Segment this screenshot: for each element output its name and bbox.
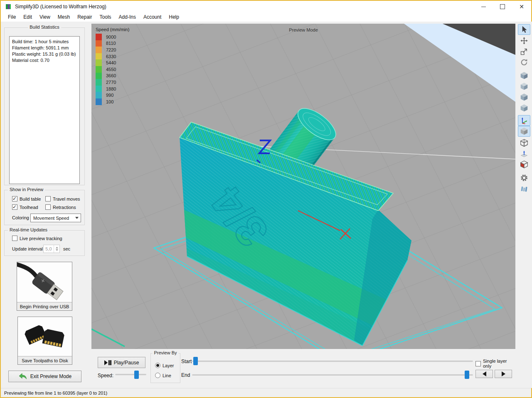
radio-label: Layer bbox=[163, 363, 174, 368]
checkbox-box bbox=[45, 204, 51, 210]
menu-view[interactable]: View bbox=[36, 13, 54, 21]
menu-repair[interactable]: Repair bbox=[74, 13, 96, 21]
menu-edit[interactable]: Edit bbox=[20, 13, 36, 21]
end-slider-handle[interactable] bbox=[465, 371, 469, 379]
move-model-icon[interactable] bbox=[518, 35, 530, 46]
solid-model-view-icon[interactable] bbox=[518, 126, 530, 137]
menu-tools[interactable]: Tools bbox=[96, 13, 115, 21]
menu-account[interactable]: Account bbox=[140, 13, 165, 21]
legend-swatch bbox=[96, 92, 102, 98]
build-statistics-box: Build time: 1 hour 5 minutes Filament le… bbox=[9, 36, 80, 184]
usb-cable-image bbox=[17, 262, 72, 302]
preview-by-group: Preview By Layer Line bbox=[150, 353, 180, 383]
legend-row: 100 bbox=[96, 98, 129, 105]
previous-layer-button[interactable] bbox=[475, 370, 493, 378]
radio-line[interactable]: Line bbox=[155, 373, 171, 378]
stat-filament-length: Filament length: 5091.1 mm bbox=[12, 45, 77, 51]
checkbox-label: Build table bbox=[20, 197, 41, 201]
status-text: Previewing file from line 1 to 60395 (la… bbox=[4, 391, 107, 396]
checkbox-single-layer-only[interactable]: Single layer only bbox=[475, 359, 516, 369]
checkbox-build-table[interactable]: Build table bbox=[12, 196, 41, 201]
coordinate-axes-icon[interactable] bbox=[518, 115, 530, 126]
radio-circle bbox=[155, 373, 160, 378]
build-table-scene: 3/4 bbox=[91, 24, 515, 349]
preview-controls-bar: Play/Pause Speed: Preview By Layer Line … bbox=[92, 349, 516, 388]
checkbox-toolhead[interactable]: Toolhead bbox=[12, 204, 38, 210]
wireframe-view-icon[interactable] bbox=[518, 138, 530, 148]
legend-swatch bbox=[96, 59, 102, 66]
stat-plastic-weight: Plastic weight: 15.31 g (0.03 lb) bbox=[12, 51, 77, 57]
window-title: Simplify3D (Licensed to Wolfram Herzog) bbox=[15, 4, 106, 10]
menu-help[interactable]: Help bbox=[165, 13, 183, 21]
legend-swatch bbox=[96, 66, 102, 73]
realtime-updates-group: Real-time Updates Live preview tracking … bbox=[4, 230, 85, 256]
chevron-down-icon bbox=[75, 217, 79, 219]
right-toolbar bbox=[516, 22, 532, 388]
spinner-arrows[interactable] bbox=[54, 245, 59, 253]
viewport-3d[interactable]: 3/4 Speed (mm/min) 9000 8110 bbox=[91, 24, 515, 349]
build-statistics-title: Build Statistics bbox=[28, 25, 61, 29]
legend-swatch bbox=[96, 79, 102, 86]
checkbox-retractions[interactable]: Retractions bbox=[45, 204, 76, 210]
start-slider-track[interactable] bbox=[192, 361, 473, 362]
minimize-button[interactable] bbox=[474, 1, 493, 12]
legend-row: 1880 bbox=[96, 86, 129, 92]
stat-build-time: Build time: 1 hour 5 minutes bbox=[12, 39, 77, 45]
maximize-icon bbox=[500, 4, 505, 9]
exit-preview-mode-button[interactable]: Exit Preview Mode bbox=[8, 371, 81, 382]
radio-label: Line bbox=[163, 373, 171, 378]
end-slider-track[interactable] bbox=[192, 374, 473, 376]
speed-legend: Speed (mm/min) 9000 8110 7220 6330 5440 … bbox=[96, 27, 129, 105]
back-arrow-icon bbox=[18, 373, 27, 380]
speed-slider-handle[interactable] bbox=[134, 371, 139, 379]
update-interval-unit: sec bbox=[63, 246, 70, 251]
end-label: End bbox=[181, 372, 190, 378]
realtime-updates-title: Real-time Updates bbox=[8, 227, 49, 232]
preview-mode-label: Preview Mode bbox=[91, 27, 515, 32]
support-structures-icon[interactable] bbox=[518, 183, 530, 194]
cross-section-icon[interactable] bbox=[518, 159, 530, 170]
menu-file[interactable]: File bbox=[4, 13, 20, 21]
view-default-icon[interactable] bbox=[518, 70, 530, 81]
rotate-model-icon[interactable] bbox=[518, 57, 530, 68]
start-slider-handle[interactable] bbox=[193, 357, 198, 365]
checkbox-box bbox=[12, 236, 17, 241]
menu-addins[interactable]: Add-Ins bbox=[115, 13, 140, 21]
speed-slider-track[interactable] bbox=[115, 374, 146, 375]
checkbox-box bbox=[12, 196, 17, 201]
checkbox-travel-moves[interactable]: Travel moves bbox=[45, 196, 80, 201]
legend-row: 5440 bbox=[96, 59, 129, 66]
checkbox-live-preview-tracking[interactable]: Live preview tracking bbox=[12, 236, 62, 241]
close-icon: ✕ bbox=[519, 4, 524, 10]
select-cursor-icon[interactable] bbox=[518, 24, 530, 35]
show-in-preview-title: Show in Preview bbox=[8, 187, 45, 192]
view-front-icon[interactable] bbox=[518, 92, 530, 103]
preview-by-title: Preview By bbox=[152, 350, 178, 355]
menu-mesh[interactable]: Mesh bbox=[54, 13, 74, 21]
legend-row: 990 bbox=[96, 92, 129, 98]
next-layer-button[interactable] bbox=[495, 370, 512, 378]
scale-model-icon[interactable] bbox=[518, 46, 530, 57]
view-top-icon[interactable] bbox=[518, 81, 530, 92]
play-pause-button[interactable]: Play/Pause bbox=[98, 357, 145, 368]
coloring-dropdown[interactable]: Movement Speed bbox=[30, 214, 81, 222]
maximize-button[interactable] bbox=[493, 1, 512, 12]
coloring-label: Coloring bbox=[12, 215, 29, 220]
radio-layer[interactable]: Layer bbox=[155, 363, 174, 368]
surface-normals-icon[interactable] bbox=[518, 148, 530, 159]
show-in-preview-group: Show in Preview Build table Travel moves… bbox=[4, 190, 85, 225]
update-interval-label: Update interval bbox=[12, 246, 43, 251]
legend-row: 3660 bbox=[96, 73, 129, 79]
next-arrow-icon bbox=[502, 371, 505, 376]
checkbox-label: Live preview tracking bbox=[20, 236, 62, 241]
begin-printing-usb-button[interactable]: Begin Printing over USB bbox=[17, 262, 72, 311]
save-toolpaths-disk-button[interactable]: Save Toolpaths to Disk bbox=[17, 317, 72, 365]
legend-row: 8110 bbox=[96, 40, 129, 47]
legend-swatch bbox=[96, 47, 102, 53]
view-side-icon[interactable] bbox=[518, 103, 530, 113]
radio-circle bbox=[155, 363, 160, 368]
checkbox-label: Single layer only bbox=[483, 359, 516, 369]
update-interval-spinner[interactable]: 5,0 bbox=[43, 245, 60, 253]
settings-gear-icon[interactable] bbox=[518, 172, 530, 183]
close-button[interactable]: ✕ bbox=[512, 1, 531, 12]
